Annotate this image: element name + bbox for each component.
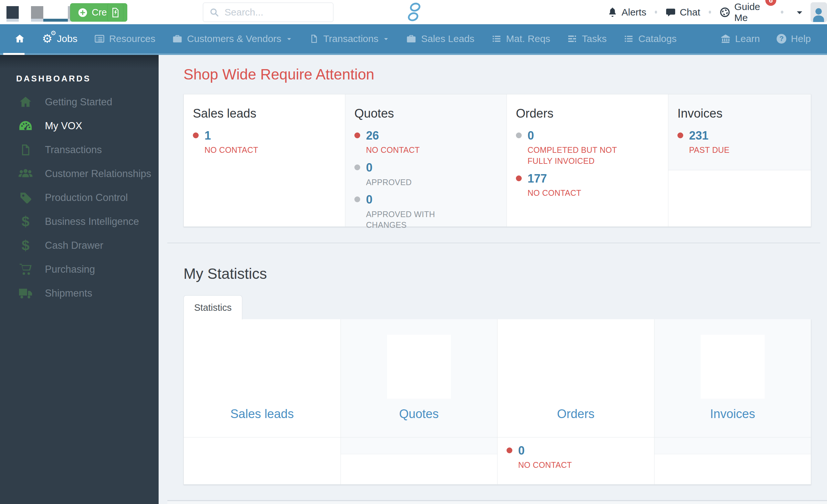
file-icon [309, 34, 319, 44]
guide-me-badge: 6 [765, 0, 776, 6]
attention-section-title: Shop Wide Require Attention [184, 65, 375, 83]
status-dot [354, 164, 360, 170]
sidebar-item-label: Production Control [45, 192, 128, 204]
chart-placeholder [387, 335, 451, 399]
stat-row: 0 COMPLETED BUT NOT FULLY INVOICED [516, 129, 659, 167]
nav-home[interactable] [6, 24, 34, 53]
logo-block [6, 6, 19, 19]
nav-catalogs-label: Catalogs [638, 33, 676, 44]
nav-sales-leads-label: Sales Leads [421, 33, 474, 44]
separator-dot [781, 11, 783, 13]
statistics-col-quotes: Quotes [340, 319, 497, 437]
stat-row: 0 APPROVED [354, 161, 497, 188]
status-dot [516, 133, 522, 138]
sidebar-item-label: Transactions [45, 144, 102, 156]
main-content: Shop Wide Require Attention Sales leads … [159, 55, 827, 504]
stat-label[interactable]: PAST DUE [689, 145, 729, 156]
column-link[interactable]: Orders [497, 407, 654, 421]
caret-down-icon [795, 8, 804, 17]
quick-bill-button[interactable] [107, 3, 124, 22]
attention-card-quotes: Quotes 26 NO CONTACT 0 APPROVED [345, 94, 506, 226]
brand-s-icon[interactable] [406, 1, 423, 23]
sidebar-item-purchasing[interactable]: Purchasing [0, 257, 159, 282]
sidebar-item-cash-drawer[interactable]: $ Cash Drawer [0, 234, 159, 257]
sidebar-item-business-intelligence[interactable]: $ Business Intelligence [0, 210, 159, 234]
chat-label: Chat [680, 7, 700, 18]
stat-row: 26 NO CONTACT [354, 129, 497, 156]
statistics-col-orders: Orders [497, 319, 654, 437]
list-icon [491, 34, 502, 44]
briefcase-icon [406, 34, 417, 44]
stat-row: 231 PAST DUE [677, 129, 801, 156]
statistics-detail-sales-leads [184, 438, 340, 484]
nav-customers-vendors-label: Customers & Vendors [187, 33, 281, 44]
stat-value-link[interactable]: 0 [366, 193, 373, 206]
column-link[interactable]: Quotes [341, 407, 497, 421]
top-bar: Create Alerts Chat [0, 0, 827, 24]
nav-transactions[interactable]: Transactions [301, 24, 398, 53]
nav-tasks-label: Tasks [582, 33, 607, 44]
avatar[interactable] [811, 2, 827, 22]
stat-value-link[interactable]: 1 [204, 129, 211, 142]
bank-icon [720, 34, 731, 44]
tasks-icon [567, 34, 577, 44]
sidebar-item-getting-started[interactable]: Getting Started [0, 90, 159, 114]
separator-dot [709, 11, 711, 13]
nav-customers-vendors[interactable]: Customers & Vendors [164, 24, 301, 53]
plus-circle-icon [78, 7, 88, 18]
column-link[interactable]: Sales leads [184, 407, 340, 421]
chat-button[interactable]: Chat [666, 7, 700, 18]
gears-icon: ⚙ [42, 33, 52, 45]
statistics-col-sales-leads: Sales leads [184, 319, 340, 437]
stat-label[interactable]: APPROVED [366, 177, 411, 188]
gauge-icon [18, 118, 33, 134]
sidebar-item-production-control[interactable]: Production Control [0, 186, 159, 210]
stat-label[interactable]: APPROVED WITH CHANGES [366, 209, 476, 231]
stat-label[interactable]: COMPLETED BUT NOT FULLY INVOICED [528, 145, 637, 167]
sidebar-item-label: Customer Relationships [45, 168, 151, 180]
stat-value-link[interactable]: 177 [528, 172, 547, 185]
stat-value-link[interactable]: 26 [366, 129, 379, 142]
statistics-detail-invoices [654, 438, 811, 484]
home-icon [18, 95, 33, 109]
tab-statistics-label: Statistics [194, 302, 232, 313]
sidebar-item-customer-relationships[interactable]: Customer Relationships [0, 162, 159, 186]
nav-tasks[interactable]: Tasks [558, 24, 615, 53]
attention-cards: Sales leads 1 NO CONTACT Quotes 26 [184, 94, 811, 227]
sidebar-item-my-vox[interactable]: My VOX [0, 114, 159, 138]
nav-help[interactable]: Help [768, 24, 819, 53]
user-menu-caret[interactable] [795, 8, 804, 17]
stat-label[interactable]: NO CONTACT [204, 145, 258, 156]
search-input[interactable] [225, 7, 327, 18]
sidebar-item-shipments[interactable]: Shipments [0, 282, 159, 305]
attention-card-orders: Orders 0 COMPLETED BUT NOT FULLY INVOICE… [506, 94, 668, 226]
nav-sales-leads[interactable]: Sales Leads [398, 24, 483, 53]
nav-catalogs[interactable]: Catalogs [615, 24, 685, 53]
card-title: Sales leads [193, 107, 335, 120]
cell-shade [341, 438, 497, 454]
statistics-detail-quotes [340, 438, 497, 484]
nav-resources[interactable]: Resources [86, 24, 164, 53]
status-dot [506, 448, 513, 453]
column-link[interactable]: Invoices [654, 407, 811, 421]
stat-value-link[interactable]: 0 [518, 444, 525, 457]
sidebar-item-transactions[interactable]: Transactions [0, 138, 159, 162]
tab-statistics[interactable]: Statistics [184, 295, 242, 319]
statistics-detail-orders: 0 NO CONTACT [497, 438, 654, 484]
nav-jobs[interactable]: ⚙ Jobs [34, 24, 86, 53]
stat-value-link[interactable]: 0 [366, 161, 373, 174]
stat-label[interactable]: NO CONTACT [528, 188, 581, 199]
guide-me-button[interactable]: Guide Me 6 [719, 1, 767, 23]
stat-row: 1 NO CONTACT [193, 129, 335, 156]
stat-label[interactable]: NO CONTACT [518, 460, 572, 471]
nav-learn[interactable]: Learn [712, 24, 769, 53]
stat-value-link[interactable]: 231 [689, 129, 709, 142]
stat-value-link[interactable]: 0 [528, 129, 534, 142]
guide-me-label: Guide Me [734, 1, 767, 23]
alerts-button[interactable]: Alerts [607, 7, 646, 18]
cell-shade [654, 438, 811, 454]
sidebar-item-label: Shipments [45, 288, 92, 299]
stat-label[interactable]: NO CONTACT [366, 145, 420, 156]
nav-mat-reqs[interactable]: Mat. Reqs [483, 24, 559, 53]
statistics-grid: Sales leads Quotes Orders Invoices [184, 319, 811, 485]
